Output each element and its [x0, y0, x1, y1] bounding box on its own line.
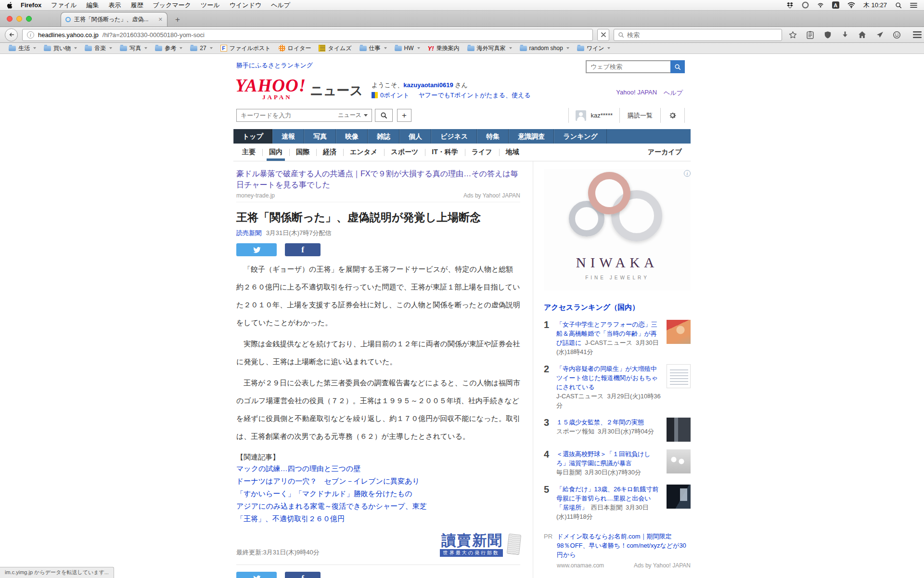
url-bar[interactable]: i headlines.yahoo.co.jp/hl?a=20160330-00…: [22, 29, 593, 41]
ranking-thumbnail[interactable]: [667, 364, 691, 388]
ranking-item[interactable]: 2 「寺内容疑者の同級生」が大増殖中 ツイート信じた報道機関がおもちゃにされてい…: [544, 364, 691, 410]
pr-ads-by[interactable]: Ads by Yahoo! JAPAN: [634, 561, 691, 570]
notification-center-icon[interactable]: [910, 2, 917, 8]
minimize-window-button[interactable]: [16, 16, 22, 22]
bookmark-folder-music[interactable]: 音楽: [81, 44, 116, 53]
apple-icon[interactable]: [7, 1, 13, 9]
input-source-icon[interactable]: A: [832, 1, 839, 9]
downloads-icon[interactable]: [838, 28, 851, 41]
bookmark-folder-overseas-photo[interactable]: 海外写真家: [463, 44, 516, 53]
spotlight-search-icon[interactable]: [895, 2, 902, 9]
article-source-link[interactable]: 読売新聞: [236, 229, 261, 236]
ranking-link[interactable]: １５歳少女監禁、２年間の実態: [556, 419, 644, 426]
new-tab-button[interactable]: +: [171, 15, 184, 25]
subnav-entertainment[interactable]: エンタメ: [343, 144, 384, 161]
dropbox-icon[interactable]: [786, 2, 794, 9]
bookmark-star-icon[interactable]: [786, 28, 799, 41]
bookmark-folder-reference[interactable]: 参考: [151, 44, 186, 53]
creative-cloud-icon[interactable]: [802, 1, 809, 9]
subnav-sports[interactable]: スポーツ: [384, 144, 425, 161]
subnav-life[interactable]: ライフ: [465, 144, 499, 161]
bookmark-transit[interactable]: Y!乗換案内: [424, 44, 463, 53]
menu-item-view[interactable]: 表示: [104, 1, 126, 10]
top-ad-link[interactable]: 豪ドル暴落で破産する人の共通点｜FXで９割が大損する真の理由…その答えは毎日チャ…: [236, 168, 520, 190]
bookmark-folder-random-shop[interactable]: random shop: [516, 45, 573, 52]
nav-tab-ranking[interactable]: ランキング: [554, 129, 607, 144]
news-search-button[interactable]: [375, 109, 393, 122]
ranking-item[interactable]: 4 ＜選抜高校野球＞「１回戦負けしろ」滋賀学園に県議が暴言毎日新聞3月30日(水…: [544, 449, 691, 477]
bookmark-reuters[interactable]: ロイター: [275, 44, 315, 53]
access-ranking-heading[interactable]: アクセスランキング（国内）: [544, 303, 691, 312]
related-link[interactable]: マックの試練…四つの理由と三つの壁: [236, 463, 520, 474]
add-keyword-button[interactable]: +: [397, 109, 411, 122]
airport-device-icon[interactable]: [817, 2, 824, 8]
subnav-international[interactable]: 国際: [289, 144, 316, 161]
bookmark-folder-shopping[interactable]: 買い物: [40, 44, 81, 53]
tpoint-promo-link[interactable]: ヤフーでもTポイントがたまる、使える: [419, 90, 531, 100]
news-search-field[interactable]: ニュース: [236, 109, 372, 122]
menu-item-history[interactable]: 履歴: [126, 1, 148, 10]
reading-list-icon[interactable]: [804, 28, 817, 41]
menu-item-window[interactable]: ウインドウ: [225, 1, 267, 10]
stop-loading-button[interactable]: [597, 29, 609, 41]
facebook-share-button[interactable]: f: [285, 572, 321, 578]
nav-tab-poll[interactable]: 意識調査: [509, 129, 554, 144]
subnav-domestic[interactable]: 国内: [262, 144, 289, 161]
username-link[interactable]: kazuyaotani0619: [403, 81, 453, 89]
nav-tab-photo[interactable]: 写真: [304, 129, 336, 144]
subnav-region[interactable]: 地域: [499, 144, 526, 161]
search-scope-dropdown[interactable]: ニュース: [338, 111, 368, 119]
nav-tab-top[interactable]: トップ: [233, 129, 272, 144]
settings-gear-icon[interactable]: [661, 111, 684, 119]
site-info-icon[interactable]: i: [27, 31, 34, 39]
related-link[interactable]: 「王将」、不適切取引２６０億円: [236, 513, 520, 525]
subnav-it-science[interactable]: IT・科学: [425, 144, 464, 161]
share-send-icon[interactable]: [873, 28, 886, 41]
ranking-link[interactable]: ＜選抜高校野球＞「１回戦負けしろ」滋賀学園に県議が暴言: [556, 450, 651, 467]
browser-tab[interactable]: 王将「関係断った」、虚偽... ✕: [61, 12, 167, 26]
related-link[interactable]: 「すかいらーく」「マクドナルド」勝敗を分けたもの: [236, 488, 520, 499]
nav-tab-flash[interactable]: 速報: [272, 129, 304, 144]
shield-extension-icon[interactable]: [821, 28, 834, 41]
zoom-window-button[interactable]: [26, 16, 32, 22]
bookmark-folder-27[interactable]: 27: [186, 45, 216, 52]
browser-search-bar[interactable]: [614, 29, 782, 41]
nav-tab-video[interactable]: 映像: [336, 129, 368, 144]
ranking-thumbnail[interactable]: [667, 320, 691, 344]
subnav-major[interactable]: 主要: [235, 144, 262, 161]
ranking-item[interactable]: 3 １５歳少女監禁、２年間の実態スポーツ報知3月30日(水)7時04分: [544, 418, 691, 442]
ranking-thumbnail[interactable]: [667, 449, 691, 473]
nav-tab-special[interactable]: 特集: [477, 129, 509, 144]
subscription-list-link[interactable]: 購読一覧: [620, 111, 660, 120]
bookmark-folder-wine[interactable]: ワイン: [573, 44, 615, 53]
account-menu[interactable]: kaz*****: [569, 110, 619, 121]
related-link[interactable]: アジアにのみ込まれる家電～復活できるかシャープ、東芝: [236, 500, 520, 512]
niwaka-ad[interactable]: i NIWAKA FINE JEWELRY: [544, 169, 691, 290]
bookmark-folder-hw[interactable]: HW: [391, 45, 424, 52]
bookmark-filepost[interactable]: Fファイルポスト: [217, 44, 275, 53]
close-window-button[interactable]: [7, 16, 13, 22]
menu-item-bookmarks[interactable]: ブックマーク: [148, 1, 196, 10]
bookmark-folder-life[interactable]: 生活: [5, 44, 40, 53]
twitter-share-button[interactable]: [236, 243, 277, 256]
smiley-extension-icon[interactable]: [890, 28, 903, 41]
furusato-ranking-link[interactable]: 勝手にふるさとランキング: [236, 61, 313, 70]
pr-ad-link[interactable]: ドメイン取るならお名前.com｜期間限定98％OFF、早い者勝ち！com/net…: [557, 533, 686, 558]
search-input[interactable]: [627, 31, 778, 39]
bookmark-times[interactable]: タイムズ: [315, 44, 355, 53]
nav-tab-magazine[interactable]: 雑誌: [368, 129, 399, 144]
ranking-item[interactable]: 1 「女子中学生とアラフォーの恋」三船＆高橋離婚で「当時の年齢」が再び話題にJ-…: [544, 320, 691, 356]
tpoint-balance-link[interactable]: 0ポイント: [380, 90, 409, 100]
yahoo-news-logo[interactable]: YAHOO! JAPAN: [235, 78, 306, 101]
yomiuri-logo[interactable]: 讀賣新聞 世界最大の発行部数: [440, 533, 520, 557]
home-icon[interactable]: [856, 28, 869, 41]
tab-close-icon[interactable]: ✕: [158, 16, 163, 23]
archive-link[interactable]: アーカイブ: [648, 148, 689, 157]
subnav-economy[interactable]: 経済: [316, 144, 343, 161]
top-ad-ads-by[interactable]: Ads by Yahoo! JAPAN: [463, 192, 520, 199]
ranking-thumbnail[interactable]: [667, 418, 691, 442]
nav-tab-business[interactable]: ビジネス: [431, 129, 477, 144]
menu-item-firefox[interactable]: Firefox: [16, 1, 46, 9]
nav-tab-personal[interactable]: 個人: [399, 129, 431, 144]
ranking-link[interactable]: 「寺内容疑者の同級生」が大増殖中 ツイート信じた報道機関がおもちゃにされている: [556, 365, 663, 391]
